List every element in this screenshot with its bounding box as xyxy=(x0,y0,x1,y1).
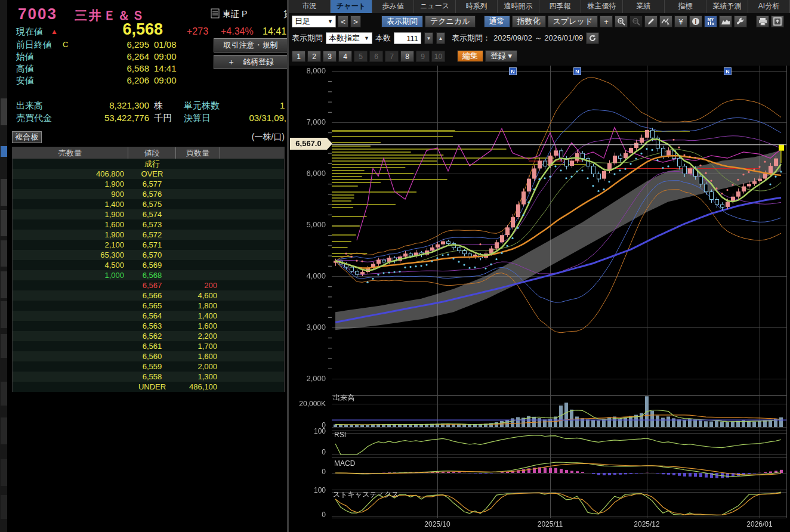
trade-warning-button[interactable]: 取引注意・規制 xyxy=(214,38,288,52)
technical-button[interactable]: テクニカル xyxy=(425,16,476,27)
printer-icon[interactable] xyxy=(756,16,769,27)
next-button[interactable]: > xyxy=(350,16,361,27)
period-toolbar: 表示期間 本数指定▼ 本数 111 ▼ ▲ 表示期間： 2025/09/02 ～… xyxy=(289,30,790,47)
tab-四季報[interactable]: 四季報 xyxy=(539,0,581,13)
tab-適時開示[interactable]: 適時開示 xyxy=(498,0,539,13)
trendline-icon[interactable] xyxy=(659,16,672,27)
table-row[interactable]: 成行 xyxy=(13,159,284,169)
preset-button-4[interactable]: 4 xyxy=(338,51,352,62)
dock-segment[interactable] xyxy=(1,146,7,157)
preset-button-8[interactable]: 8 xyxy=(400,51,414,62)
zoom-in-icon[interactable] xyxy=(615,16,628,27)
spread-button[interactable]: スプレッド xyxy=(548,16,598,27)
refresh-icon[interactable] xyxy=(586,32,599,44)
sell-qty-cell xyxy=(13,159,128,169)
dock-segment[interactable] xyxy=(1,271,7,298)
volume-unit: 株 xyxy=(154,100,163,112)
composite-board-button[interactable]: 複合板 xyxy=(12,131,42,143)
dock-segment[interactable] xyxy=(1,240,7,267)
table-row[interactable]: 6,5651,800 xyxy=(13,301,284,311)
info-icon[interactable]: i xyxy=(689,16,702,27)
tab-市況[interactable]: 市況 xyxy=(289,0,331,13)
dock-segment[interactable] xyxy=(1,98,7,125)
price-chart-canvas[interactable] xyxy=(289,66,790,532)
table-row[interactable]: 1,9006,577 xyxy=(13,179,284,189)
price-cell: 6,568 xyxy=(128,270,176,280)
table-row[interactable]: 6,567200 xyxy=(13,280,284,290)
table-row[interactable]: UNDER486,100 xyxy=(13,382,284,392)
buy-qty-cell xyxy=(176,169,220,179)
register-preset-button[interactable]: 登録 ▾ xyxy=(485,50,517,62)
table-row[interactable]: 6,5641,400 xyxy=(13,311,284,321)
dock-segment[interactable] xyxy=(1,495,7,519)
tab-指標[interactable]: 指標 xyxy=(665,0,706,13)
tab-歩み値[interactable]: 歩み値 xyxy=(372,0,414,13)
area-chart-icon[interactable] xyxy=(719,16,732,27)
table-row[interactable]: 6,5592,000 xyxy=(13,361,284,372)
normal-button[interactable]: 通常 xyxy=(484,16,510,27)
preset-button-1[interactable]: 1 xyxy=(292,51,305,62)
zoom-out-icon[interactable] xyxy=(629,16,643,27)
unit-shares-value: 1 xyxy=(280,100,285,110)
row-spacer xyxy=(220,280,284,290)
table-row[interactable]: 6,5601,600 xyxy=(13,351,284,361)
buy-qty-cell: 2,200 xyxy=(176,331,220,341)
market-label: 東証 P xyxy=(223,9,247,20)
indexed-button[interactable]: 指数化 xyxy=(512,16,546,27)
table-row[interactable]: 1,9006,572 xyxy=(13,230,284,240)
table-row[interactable]: 406,800OVER xyxy=(13,169,284,179)
bar-count-input[interactable]: 111 xyxy=(394,32,421,44)
preset-button-2[interactable]: 2 xyxy=(307,51,321,62)
tab-業績予測[interactable]: 業績予測 xyxy=(706,0,748,13)
left-dock-rail[interactable] xyxy=(0,0,8,532)
table-row[interactable]: 9006,576 xyxy=(13,189,284,199)
yen-icon[interactable]: ¥ xyxy=(674,16,687,27)
price-cell: 6,569 xyxy=(128,260,176,270)
prev-button[interactable]: < xyxy=(338,16,348,27)
dock-segment[interactable] xyxy=(1,210,7,236)
count-down-button[interactable]: ▼ xyxy=(424,32,433,44)
tab-業績[interactable]: 業績 xyxy=(623,0,665,13)
preset-button-3[interactable]: 3 xyxy=(323,51,337,62)
timeframe-select[interactable]: 日足▼ xyxy=(292,16,336,27)
tab-株主優待[interactable]: 株主優待 xyxy=(581,0,623,13)
table-row[interactable]: 4,5006,569 xyxy=(13,260,284,270)
table-row[interactable]: 6,5631,600 xyxy=(13,321,284,331)
chart-area[interactable]: 8,000 7,000 6,000 5,000 4,000 3,000 2,00… xyxy=(289,66,790,532)
tab-ニュース[interactable]: ニュース xyxy=(414,0,456,13)
dock-segment[interactable] xyxy=(1,417,7,444)
preset-button-6: 6 xyxy=(369,51,383,62)
add-watchlist-button[interactable]: ＋ 銘柄登録 xyxy=(214,55,288,69)
dock-segment[interactable] xyxy=(1,459,7,486)
count-mode-select[interactable]: 本数指定▼ xyxy=(326,32,372,44)
dock-segment[interactable] xyxy=(1,301,7,328)
buy-qty-cell: 1,600 xyxy=(176,321,220,331)
wrench-icon[interactable] xyxy=(734,16,747,27)
tab-時系列[interactable]: 時系列 xyxy=(456,0,498,13)
tab-チャート[interactable]: チャート xyxy=(331,0,372,13)
count-up-button[interactable]: ▲ xyxy=(436,32,445,44)
tab-AI分析[interactable]: AI分析 xyxy=(748,0,790,13)
dock-segment[interactable] xyxy=(1,382,7,406)
table-row[interactable]: 6,5611,700 xyxy=(13,341,284,351)
x-label-dec: 2025/12 xyxy=(626,520,668,528)
table-row[interactable]: 1,4006,575 xyxy=(13,199,284,209)
table-row[interactable]: 2,1006,571 xyxy=(13,240,284,250)
pencil-icon[interactable] xyxy=(644,16,658,27)
table-row[interactable]: 1,6006,573 xyxy=(13,219,284,230)
table-row[interactable]: 1,0006,568 xyxy=(13,270,284,280)
display-period-button[interactable]: 表示期間 xyxy=(381,16,423,27)
dock-segment[interactable] xyxy=(1,334,7,358)
table-row[interactable]: 1,9006,574 xyxy=(13,209,284,219)
edit-button[interactable]: 編集 xyxy=(457,50,483,62)
table-row[interactable]: 6,5664,600 xyxy=(13,290,284,301)
dock-segment[interactable] xyxy=(1,179,7,206)
plus-icon[interactable]: + xyxy=(600,16,613,27)
popout-icon[interactable] xyxy=(771,16,784,27)
my-chart-icon[interactable]: MY xyxy=(704,16,717,27)
table-row[interactable]: 6,5622,200 xyxy=(13,331,284,341)
quote-row-time: 14:41 xyxy=(154,63,177,73)
quote-row-value: 6,295 xyxy=(67,39,149,50)
table-row[interactable]: 6,5581,300 xyxy=(13,372,284,382)
table-row[interactable]: 65,3006,570 xyxy=(13,250,284,260)
